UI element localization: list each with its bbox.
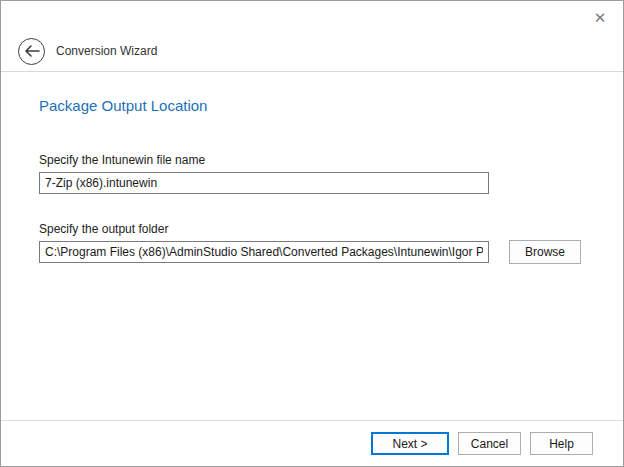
cancel-button[interactable]: Cancel bbox=[458, 432, 521, 455]
conversion-wizard-window: ✕ Conversion Wizard Package Output Locat… bbox=[0, 0, 624, 467]
title-bar: ✕ bbox=[1, 1, 623, 31]
output-folder-label: Specify the output folder bbox=[39, 222, 168, 236]
footer-button-bar: Next > Cancel Help bbox=[1, 420, 623, 466]
browse-button[interactable]: Browse bbox=[509, 240, 581, 264]
filename-input[interactable] bbox=[39, 172, 489, 194]
filename-label: Specify the Intunewin file name bbox=[39, 153, 205, 167]
output-folder-input[interactable] bbox=[39, 241, 489, 263]
close-icon: ✕ bbox=[594, 9, 607, 26]
back-arrow-icon bbox=[24, 45, 40, 57]
wizard-title: Conversion Wizard bbox=[56, 44, 157, 58]
back-button[interactable] bbox=[18, 38, 45, 65]
wizard-header: Conversion Wizard bbox=[1, 31, 623, 72]
page-title: Package Output Location bbox=[39, 97, 207, 114]
close-button[interactable]: ✕ bbox=[590, 8, 610, 28]
next-button[interactable]: Next > bbox=[371, 432, 449, 455]
help-button[interactable]: Help bbox=[530, 432, 593, 455]
